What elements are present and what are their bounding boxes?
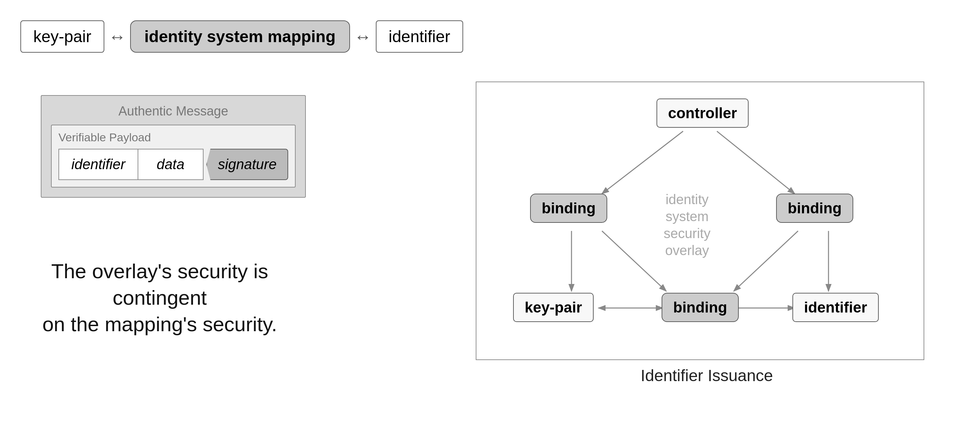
controller-label: controller [668, 105, 737, 121]
center-text-line1: identity [666, 192, 709, 207]
keypair-label-issuance: key-pair [525, 299, 582, 315]
identity-mapping-label: identity system mapping [145, 27, 336, 46]
identifier-label-issuance: identifier [804, 299, 867, 315]
payload-inner: identifier data signature [59, 149, 288, 180]
verifiable-payload-title: Verifiable Payload [59, 131, 288, 144]
svg-line-8 [734, 231, 798, 291]
overlay-text-line1: The overlay's security is contingent [51, 260, 268, 309]
center-text-line4: overlay [665, 243, 709, 258]
binding-right-label: binding [788, 200, 842, 216]
binding-left-node: binding [530, 194, 607, 223]
signature-cell: signature [206, 149, 288, 180]
controller-node: controller [657, 99, 749, 128]
authentic-message-box: Authentic Message Verifiable Payload ide… [41, 95, 306, 198]
binding-bottom-node: binding [662, 293, 739, 322]
issuance-box: controller binding binding identity syst… [476, 81, 924, 360]
identity-mapping-node: identity system mapping [130, 21, 350, 53]
binding-right-node: binding [776, 194, 853, 223]
arrow-right-1: ↔ [354, 27, 372, 47]
identity-system-label: identity system security overlay [646, 191, 728, 259]
issuance-diagram-title: Identifier Issuance [476, 366, 938, 385]
center-text-line2: system [666, 209, 709, 224]
identifier-label-top: identifier [389, 27, 450, 46]
overlay-security-text: The overlay's security is contingent on … [41, 258, 278, 338]
identifier-node-issuance: identifier [792, 293, 879, 322]
binding-bottom-label: binding [673, 299, 727, 315]
center-text-line3: security [663, 226, 711, 241]
keypair-node-issuance: key-pair [513, 293, 593, 322]
authentic-message-title: Authentic Message [51, 104, 296, 119]
svg-line-5 [717, 131, 795, 194]
binding-left-label: binding [542, 200, 596, 216]
keypair-label-top: key-pair [33, 27, 91, 46]
svg-line-4 [602, 131, 683, 194]
issuance-container: controller binding binding identity syst… [476, 81, 938, 385]
identifier-cell: identifier [59, 149, 138, 180]
top-row: key-pair ↔ identity system mapping ↔ ide… [21, 21, 463, 53]
identifier-node-top: identifier [376, 21, 463, 53]
data-cell: data [138, 149, 204, 180]
keypair-node-top: key-pair [21, 21, 104, 53]
overlay-text-line2: on the mapping's security. [43, 313, 277, 336]
arrow-left-1: ↔ [108, 27, 126, 47]
verifiable-payload-box: Verifiable Payload identifier data signa… [51, 125, 296, 188]
